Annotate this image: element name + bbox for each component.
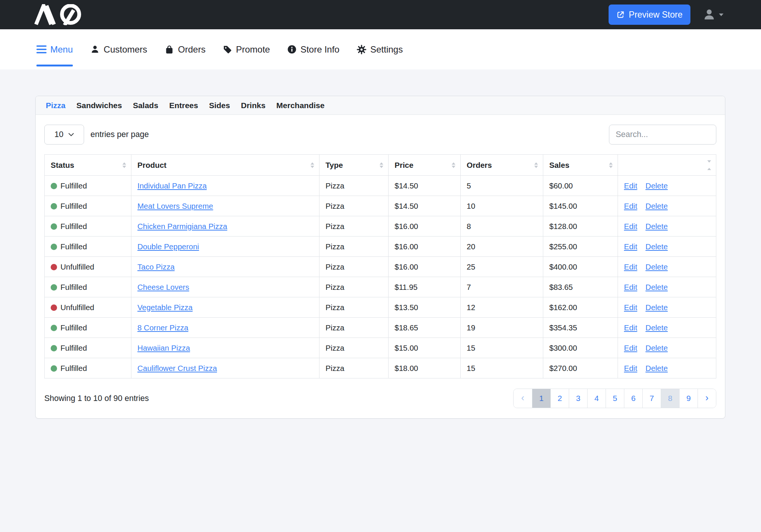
delete-link[interactable]: Delete (645, 202, 668, 210)
delete-link[interactable]: Delete (645, 364, 668, 372)
edit-link[interactable]: Edit (624, 323, 637, 332)
page-button[interactable]: 4 (587, 389, 606, 408)
nav-item-store-info[interactable]: Store Info (287, 44, 339, 55)
col-sales[interactable]: Sales (543, 155, 618, 176)
delete-link[interactable]: Delete (645, 344, 668, 352)
edit-link[interactable]: Edit (624, 202, 637, 210)
page-button[interactable]: 5 (606, 389, 624, 408)
page-button[interactable]: 9 (679, 389, 698, 408)
nav-item-settings[interactable]: Settings (357, 44, 403, 55)
edit-link[interactable]: Edit (624, 303, 637, 312)
delete-link[interactable]: Delete (645, 181, 668, 190)
menu-card: Pizza Sandwiches Salads Entrees Sides Dr… (35, 96, 725, 419)
edit-link[interactable]: Edit (624, 242, 637, 251)
orders-cell: 8 (461, 216, 543, 237)
entries-per-page-select[interactable]: 10 (44, 125, 84, 145)
nav-item-orders[interactable]: Orders (164, 44, 205, 55)
tab-merchandise[interactable]: Merchandise (276, 101, 324, 110)
edit-link[interactable]: Edit (624, 344, 637, 352)
delete-link[interactable]: Delete (645, 303, 668, 312)
product-link[interactable]: Double Pepperoni (137, 242, 199, 251)
sort-icon (452, 162, 455, 168)
tag-icon (223, 45, 232, 54)
delete-link[interactable]: Delete (645, 262, 668, 271)
status-label: Fulfilled (60, 344, 87, 352)
sales-cell: $354.35 (543, 318, 618, 338)
product-link[interactable]: Cheese Lovers (137, 283, 189, 291)
edit-link[interactable]: Edit (624, 262, 637, 271)
page-button[interactable]: 2 (550, 389, 569, 408)
table-row: Fulfilled Individual Pan Pizza Pizza $14… (45, 176, 716, 196)
edit-link[interactable]: Edit (624, 283, 637, 291)
page-button[interactable]: 6 (624, 389, 642, 408)
product-link[interactable]: Meat Lovers Supreme (137, 202, 213, 210)
account-dropdown[interactable] (702, 8, 723, 21)
delete-link[interactable]: Delete (645, 283, 668, 291)
table-header: Status Product Type Price Orders Sales (45, 155, 716, 176)
status-label: Fulfilled (60, 181, 87, 190)
col-actions[interactable] (618, 155, 716, 176)
type-cell: Pizza (319, 216, 389, 237)
col-product[interactable]: Product (131, 155, 319, 176)
edit-link[interactable]: Edit (624, 181, 637, 190)
price-cell: $14.50 (389, 196, 461, 216)
price-cell: $15.00 (389, 338, 461, 358)
preview-store-button[interactable]: Preview Store (609, 5, 690, 25)
col-orders[interactable]: Orders (461, 155, 543, 176)
col-label: Orders (467, 161, 492, 169)
page-button[interactable]: 8 (661, 389, 679, 408)
nav-label: Promote (236, 44, 270, 55)
status-dot (51, 244, 57, 250)
edit-link[interactable]: Edit (624, 222, 637, 231)
nav-item-promote[interactable]: Promote (223, 44, 270, 55)
nav-label: Orders (178, 44, 205, 55)
page-button[interactable]: 1 (532, 389, 550, 408)
product-link[interactable]: Hawaiian Pizza (137, 344, 190, 352)
product-link[interactable]: 8 Corner Pizza (137, 323, 188, 332)
price-cell: $18.00 (389, 358, 461, 378)
status-cell: Fulfilled (45, 216, 131, 237)
table-controls: 10 entries per page (44, 125, 716, 145)
nav-label: Store Info (300, 44, 339, 55)
tab-sides[interactable]: Sides (209, 101, 230, 110)
col-status[interactable]: Status (45, 155, 131, 176)
actions-cell: EditDelete (618, 196, 716, 216)
price-cell: $16.00 (389, 216, 461, 237)
tab-sandwiches[interactable]: Sandwiches (77, 101, 122, 110)
sort-icon (380, 162, 383, 168)
store-logo[interactable] (34, 4, 93, 25)
edit-link[interactable]: Edit (624, 364, 637, 372)
tab-drinks[interactable]: Drinks (241, 101, 265, 110)
col-price[interactable]: Price (389, 155, 461, 176)
product-cell: Meat Lovers Supreme (131, 196, 319, 216)
tab-salads[interactable]: Salads (133, 101, 158, 110)
status-label: Unfulfilled (60, 262, 94, 271)
delete-link[interactable]: Delete (645, 222, 668, 231)
product-link[interactable]: Individual Pan Pizza (137, 181, 207, 190)
page-button[interactable]: 7 (642, 389, 661, 408)
actions-cell: EditDelete (618, 318, 716, 338)
delete-link[interactable]: Delete (645, 242, 668, 251)
person-icon (90, 45, 100, 54)
external-link-icon (616, 11, 625, 19)
product-cell: Cheese Lovers (131, 277, 319, 297)
product-link[interactable]: Chicken Parmigiana Pizza (137, 222, 227, 231)
active-nav-underline (36, 65, 73, 66)
product-link[interactable]: Cauliflower Crust Pizza (137, 364, 217, 372)
page-button[interactable]: › (698, 389, 716, 408)
product-link[interactable]: Vegetable Pizza (137, 303, 193, 312)
nav-item-customers[interactable]: Customers (90, 44, 147, 55)
col-label: Sales (549, 161, 570, 169)
tab-pizza[interactable]: Pizza (46, 101, 66, 110)
page-button[interactable]: 3 (569, 389, 587, 408)
search-input[interactable] (609, 125, 716, 145)
delete-link[interactable]: Delete (645, 323, 668, 332)
product-link[interactable]: Taco Pizza (137, 262, 175, 271)
nav-item-menu[interactable]: Menu (36, 44, 73, 55)
col-type[interactable]: Type (319, 155, 389, 176)
status-cell: Unfulfilled (45, 297, 131, 318)
tab-entrees[interactable]: Entrees (169, 101, 198, 110)
page-button[interactable]: ‹ (514, 389, 532, 408)
type-cell: Pizza (319, 338, 389, 358)
sales-cell: $255.00 (543, 237, 618, 257)
